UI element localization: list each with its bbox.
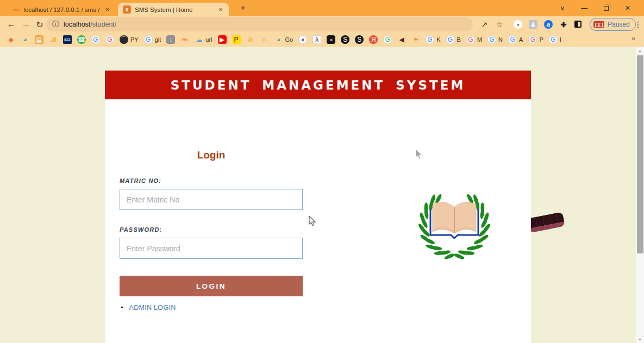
forward-icon[interactable]: → — [18, 16, 33, 33]
google-icon[interactable]: GN — [486, 34, 504, 45]
ya-icon: Я — [369, 35, 378, 44]
google-icon[interactable]: GA — [507, 34, 524, 45]
google-icon[interactable]: G — [104, 34, 115, 45]
google-icon[interactable]: G — [90, 34, 101, 45]
url-path: /student/ — [90, 21, 116, 28]
google-icon: G — [144, 35, 153, 44]
ieee-icon[interactable]: IEEE — [62, 34, 73, 45]
matric-no-label: MATRIC NO: — [120, 177, 303, 184]
ieee-icon: IEEE — [63, 35, 72, 44]
cl-icon[interactable]: cl — [326, 34, 336, 45]
analytics-icon[interactable]: .ıl — [48, 34, 59, 45]
google-icon[interactable]: GM — [465, 34, 483, 45]
tab-search-chevron-icon[interactable]: ∨ — [552, 0, 573, 16]
tab-phpmyadmin[interactable]: PMA localhost / 127.0.0.1 / sms / adm × — [8, 3, 115, 16]
google-icon: G — [91, 35, 100, 44]
clapper-icon[interactable]: ✇ — [245, 34, 256, 45]
page-title: STUDENT MANAGEMENT SYSTEM — [171, 78, 466, 92]
avatar-extension-icon[interactable]: ♟ — [529, 20, 537, 29]
tab-close-icon[interactable]: × — [217, 5, 224, 14]
phpmyadmin-icon: PMA — [180, 35, 189, 44]
bookmark-label: url — [205, 36, 212, 43]
google-icon[interactable]: GI — [548, 34, 562, 45]
google-icon[interactable]: G — [382, 34, 393, 45]
s-circle-icon[interactable]: S — [340, 34, 351, 45]
scroll-down-icon[interactable]: ▼ — [636, 335, 644, 343]
download-paused-button[interactable]: Paused — [590, 18, 636, 31]
dark-bird-icon: ◀ — [397, 35, 406, 44]
download-tool-icon[interactable]: ↓ — [165, 34, 176, 45]
tab-close-icon[interactable]: × — [104, 5, 110, 14]
tab-sms-system[interactable]: x SMS System | Home × — [118, 3, 229, 16]
new-tab-button[interactable]: + — [237, 2, 249, 14]
page-header-banner: STUDENT MANAGEMENT SYSTEM — [105, 71, 531, 99]
google-icon[interactable]: GB — [445, 34, 462, 45]
person-icon[interactable]: λ — [311, 34, 322, 45]
github-icon[interactable]: ⌒PY — [118, 34, 140, 45]
github-icon: ⌒ — [120, 35, 128, 44]
panda-extension-icon[interactable]: •• — [514, 20, 522, 29]
browser-menu-icon[interactable]: ⋮ — [632, 16, 644, 33]
open-book-icon — [430, 202, 478, 238]
adblock-extension-icon[interactable]: a — [544, 20, 553, 29]
back-icon[interactable]: ← — [4, 16, 18, 33]
swirl-icon[interactable]: ◕ — [20, 34, 30, 45]
ring-icon[interactable]: ○ — [259, 34, 270, 45]
url-domain: localhost — [64, 21, 90, 28]
scrollbar-thumb[interactable] — [637, 55, 643, 253]
laurel-book-logo — [411, 183, 498, 262]
reload-icon[interactable]: ↻ — [33, 16, 47, 33]
profile-avatar-icon[interactable] — [574, 21, 582, 28]
page-scrollbar[interactable]: ▲ ▼ — [636, 47, 644, 343]
site-info-icon[interactable]: ⓘ — [52, 20, 59, 29]
address-bar[interactable]: ⓘ localhost/student/ — [46, 17, 473, 31]
bookmark-label: Go — [285, 36, 293, 43]
admin-login-link[interactable]: ADMIN LOGIN — [129, 304, 176, 312]
login-button[interactable]: LOGIN — [120, 276, 303, 296]
s-circle-icon[interactable]: S — [354, 34, 365, 45]
whatsapp-icon[interactable]: ☎ — [76, 34, 87, 45]
google-icon[interactable]: GP — [527, 34, 544, 45]
eye-icon[interactable]: ☀ — [410, 34, 421, 45]
swirl-icon[interactable]: ◕Go — [273, 34, 295, 45]
google-icon[interactable]: Ggit — [143, 34, 162, 45]
google-icon[interactable]: GK — [424, 34, 441, 45]
page-content: STUDENT MANAGEMENT SYSTEM Login MATRIC N… — [105, 71, 531, 343]
matric-no-input[interactable] — [120, 189, 303, 210]
ring-icon: ○ — [260, 35, 269, 44]
person-icon: λ — [312, 35, 321, 44]
phpmyadmin-icon[interactable]: PMA — [179, 34, 190, 45]
share-icon[interactable]: ↗ — [477, 16, 491, 33]
restore-icon — [604, 6, 609, 11]
s-circle-icon: S — [341, 35, 349, 44]
paused-label: Paused — [608, 21, 630, 28]
youtube-icon[interactable]: ▶ — [217, 34, 228, 45]
google-icon: G — [528, 35, 537, 44]
cloud-icon[interactable]: ☁url — [193, 34, 213, 45]
extensions-puzzle-icon[interactable]: ✚ — [559, 20, 568, 29]
p-icon[interactable]: P — [231, 34, 242, 45]
login-form: Login MATRIC NO: PASSWORD: LOGIN • ADMIN… — [120, 99, 303, 312]
bookmark-star-icon[interactable]: ☆ — [492, 16, 507, 33]
cl-icon: cl — [327, 35, 335, 44]
download-tool-icon: ↓ — [166, 35, 175, 44]
bird-icon[interactable]: ◖ — [297, 34, 308, 45]
youtube-icon: ▶ — [218, 35, 227, 44]
bookmark-label: I — [560, 36, 561, 43]
google-icon: G — [383, 35, 392, 44]
minimize-button[interactable]: — — [573, 0, 595, 16]
browser-tab-bar: PMA localhost / 127.0.0.1 / sms / adm × … — [0, 0, 644, 16]
dark-bird-icon[interactable]: ◀ — [396, 34, 407, 45]
idm-badge-icon — [593, 21, 604, 28]
camera-icon[interactable]: ▤ — [34, 34, 45, 45]
restore-button[interactable] — [595, 0, 617, 16]
p-icon: P — [232, 35, 241, 44]
bookmark-label: git — [155, 36, 161, 43]
arrow-diamond-icon[interactable]: ◆ — [5, 34, 16, 45]
bookmarks-overflow-chevron[interactable]: » — [632, 34, 635, 42]
close-button[interactable]: × — [617, 0, 639, 16]
password-input[interactable] — [120, 238, 303, 259]
ya-icon[interactable]: Я — [368, 34, 379, 45]
clapper-icon: ✇ — [246, 35, 255, 44]
scroll-up-icon[interactable]: ▲ — [636, 47, 644, 54]
